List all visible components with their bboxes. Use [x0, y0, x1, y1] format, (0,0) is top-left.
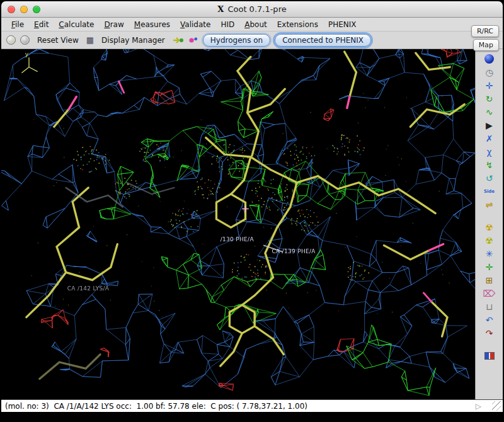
- add-residue-icon[interactable]: ⊞: [481, 273, 498, 287]
- resize-grip[interactable]: [492, 401, 501, 411]
- menu-extensions[interactable]: Extensions: [272, 19, 323, 30]
- simple-mutate-icon[interactable]: ☢: [481, 234, 498, 247]
- map-button[interactable]: Map: [473, 39, 499, 51]
- jed-flip-icon[interactable]: ⇌: [481, 198, 498, 211]
- add-alt-conf-icon[interactable]: ✳: [481, 247, 498, 260]
- menu-phenix[interactable]: PHENIX: [323, 19, 362, 30]
- molecular-canvas[interactable]: [1, 49, 475, 399]
- pepflip-icon[interactable]: ✗: [481, 132, 498, 145]
- main-area: /130 PHE/ACA /139 PHE/ACA /142 LYS/A ◷✛↻…: [1, 49, 503, 399]
- display-manager-button[interactable]: Display Manager: [98, 35, 168, 46]
- status-text: (mol. no: 3) CA /1/A/142 LYS occ: 1.00 b…: [5, 402, 307, 411]
- rotate-translate-icon[interactable]: ↺: [481, 171, 498, 185]
- display-colours-icon[interactable]: [481, 349, 498, 362]
- menu-hid[interactable]: HID: [215, 19, 239, 30]
- display-colours-icon: [484, 352, 495, 360]
- reset-view-button[interactable]: Reset View: [34, 35, 82, 46]
- menu-draw[interactable]: Draw: [99, 19, 129, 30]
- x11-icon: X: [217, 4, 224, 14]
- mutate-icon[interactable]: ☢: [481, 220, 498, 234]
- delete-icon[interactable]: ⌦: [481, 287, 498, 300]
- chi-angles-icon[interactable]: ↯: [481, 158, 498, 171]
- expand-triangle-icon[interactable]: ▷: [476, 402, 481, 411]
- trash-icon[interactable]: ⊔: [481, 300, 498, 313]
- regularize-icon[interactable]: ∿: [481, 105, 498, 118]
- model-sphere-icon: [484, 54, 494, 64]
- rrc-button[interactable]: R/RC: [471, 25, 499, 37]
- hydrogens-toggle-button[interactable]: Hydrogens on: [203, 34, 270, 47]
- display-manager-icon[interactable]: ▦: [86, 35, 94, 45]
- window-title: Coot 0.7.1-pre: [227, 4, 286, 14]
- canvas-area: /130 PHE/ACA /139 PHE/ACA /142 LYS/A: [1, 49, 475, 399]
- window-title-group: X Coot 0.7.1-pre: [1, 4, 503, 14]
- menu-about[interactable]: About: [239, 19, 272, 30]
- rotamer-icon[interactable]: χ: [481, 145, 498, 158]
- side-chain-icon[interactable]: Side: [481, 185, 498, 198]
- menu-validate[interactable]: Validate: [175, 19, 215, 30]
- target-icon[interactable]: [6, 35, 16, 45]
- window-frame-bottom: [1, 412, 503, 422]
- zoom-button[interactable]: [33, 6, 40, 13]
- go-to-atom-icon[interactable]: [173, 36, 184, 45]
- undo-icon[interactable]: ↶: [481, 313, 498, 326]
- status-bar: (mol. no: 3) CA /1/A/142 LYS occ: 1.00 b…: [1, 399, 503, 412]
- model-sphere-icon[interactable]: [481, 52, 498, 66]
- right-toolbar: ◷✛↻∿▶✗χ↯↺Side⇌☢☢✳✛⊞⌦⊔↶↷: [475, 49, 503, 399]
- menu-bar: FileEditCalculateDrawMeasuresValidateHID…: [1, 18, 503, 31]
- coot-window: X Coot 0.7.1-pre FileEditCalculateDrawMe…: [0, 0, 504, 422]
- place-atom-icon[interactable]: ✛: [481, 260, 498, 273]
- menu-edit[interactable]: Edit: [29, 19, 54, 30]
- clock-icon[interactable]: ◷: [481, 66, 498, 79]
- phenix-connection-button[interactable]: Connected to PHENIX: [275, 34, 371, 47]
- menu-file[interactable]: File: [6, 19, 29, 30]
- window-controls: [8, 6, 40, 13]
- title-bar[interactable]: X Coot 0.7.1-pre: [1, 1, 503, 18]
- play-icon[interactable]: ▶: [481, 118, 498, 132]
- minimize-button[interactable]: [20, 6, 28, 13]
- translate-icon[interactable]: ✛: [481, 79, 498, 92]
- menu-measures[interactable]: Measures: [129, 19, 175, 30]
- toolbar: Reset View ▦ Display Manager Hydrogens o…: [1, 31, 503, 49]
- close-button[interactable]: [8, 6, 15, 13]
- menu-calculate[interactable]: Calculate: [54, 19, 99, 30]
- record-icon[interactable]: [20, 35, 30, 45]
- go-to-ligand-icon[interactable]: [188, 36, 198, 45]
- refine-icon[interactable]: ↻: [481, 92, 498, 105]
- redo-icon[interactable]: ↷: [481, 326, 498, 339]
